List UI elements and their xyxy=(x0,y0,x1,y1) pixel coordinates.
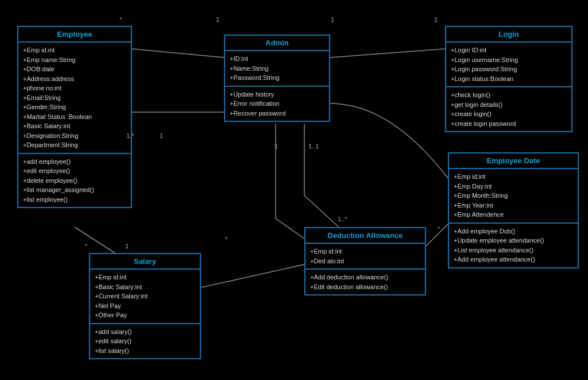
ed-attr-1: +Emp id:int xyxy=(454,172,573,182)
empdate-methods: +Add employee Dob() +Update employee att… xyxy=(449,224,578,267)
ed-attr-3: +Emp Month:String xyxy=(454,191,573,201)
mult-label-13: * xyxy=(438,225,440,232)
ded-attr-2: +Ded alo:int xyxy=(310,256,420,266)
deduction-attributes: +Emp id:int +Ded alo:int xyxy=(305,244,425,270)
admin-box: Admin +ID:int +Name:String +Password:Str… xyxy=(224,34,330,122)
ed-method-4: +Add employee attendance() xyxy=(454,255,573,264)
admin-attr-2: +Name:String xyxy=(230,64,324,74)
svg-line-1 xyxy=(330,49,445,57)
deduction-box: Deduction Allowance +Emp id:int +Ded alo… xyxy=(304,227,426,295)
deduction-title: Deduction Allowance xyxy=(305,228,425,244)
admin-method-3: +Recover password xyxy=(230,109,324,118)
sal-method-2: +edit salary() xyxy=(95,336,195,346)
login-attr-4: +Login status:Boolean xyxy=(451,74,567,84)
mult-label-1: * xyxy=(119,16,122,23)
emp-method-5: +list employee() xyxy=(23,195,126,205)
login-methods: +check login() +get login details() +cre… xyxy=(446,87,571,131)
admin-attr-1: +ID:int xyxy=(230,54,324,64)
sal-attr-1: +Emp id:int xyxy=(95,272,195,282)
login-method-4: +create login password xyxy=(451,119,567,129)
admin-method-1: +Update history xyxy=(230,90,324,99)
mult-label-3: 1 xyxy=(331,16,334,23)
emp-method-4: +list manager_assigned() xyxy=(23,185,126,195)
ed-method-2: +Update employee attendance() xyxy=(454,236,573,245)
login-attr-1: +Login ID:int xyxy=(451,45,567,55)
admin-attributes: +ID:int +Name:String +Password:String xyxy=(225,51,329,87)
empdate-box: Employee Date +Emp id:int +Emp Day:int +… xyxy=(448,152,579,268)
employee-title: Employee xyxy=(18,27,131,43)
ed-attr-4: +Emp Year:int xyxy=(454,201,573,210)
emp-attr-4: +Address:address xyxy=(23,74,126,84)
ded-method-2: +Edit deduction allowance() xyxy=(310,282,420,292)
mult-label-6: 1 xyxy=(160,132,163,139)
sal-attr-3: +Current Salary:int xyxy=(95,291,195,301)
emp-attr-9: +Basic Salary:int xyxy=(23,121,126,131)
mult-label-10: 1..1 xyxy=(308,143,319,149)
admin-attr-3: +Password:String xyxy=(230,73,324,83)
salary-methods: +add salary() +edit salary() +list salar… xyxy=(90,324,200,359)
mult-label-5: 1.* xyxy=(126,132,134,139)
mult-label-2: 1 xyxy=(216,16,219,23)
employee-attributes: +Emp id:int +Emp name:String +DOB:date +… xyxy=(18,43,131,154)
mult-label-11: 1 xyxy=(274,143,278,149)
sal-method-1: +add salary() xyxy=(95,327,195,337)
emp-attr-6: +Email:String xyxy=(23,93,126,103)
ed-attr-5: +Emp Attendence xyxy=(454,210,573,220)
emp-attr-2: +Emp name:String xyxy=(23,55,126,65)
admin-method-2: +Error notification xyxy=(230,99,324,109)
mult-label-12: 1..* xyxy=(338,216,347,222)
mult-label-9: * xyxy=(225,236,227,243)
mult-label-7: 1 xyxy=(125,243,129,250)
admin-methods: +Update history +Error notification +Rec… xyxy=(225,87,329,121)
login-method-2: +get login details() xyxy=(451,100,567,110)
sal-method-3: +list salary() xyxy=(95,346,195,356)
admin-title: Admin xyxy=(225,36,329,51)
salary-box: Salary +Emp id:int +Basic Salary:int +Cu… xyxy=(89,253,201,359)
emp-attr-11: +Department:String xyxy=(23,140,126,150)
empdate-title: Employee Date xyxy=(449,153,578,169)
sal-attr-5: +Other Pay xyxy=(95,310,195,320)
ed-attr-2: +Emp Day:int xyxy=(454,182,573,191)
ded-attr-1: +Emp id:int xyxy=(310,247,420,256)
salary-attributes: +Emp id:int +Basic Salary:int +Current S… xyxy=(90,270,200,324)
emp-attr-8: +Martial Status :Boolean xyxy=(23,112,126,122)
emp-attr-3: +DOB:date xyxy=(23,64,126,74)
login-attr-2: +Login username:String xyxy=(451,55,567,65)
empdate-attributes: +Emp id:int +Emp Day:int +Emp Month:Stri… xyxy=(449,169,578,224)
svg-line-3 xyxy=(75,227,115,253)
login-attributes: +Login ID:int +Login username:String +Lo… xyxy=(446,43,571,87)
employee-methods: +add employee() +edit employee() +delete… xyxy=(18,154,131,208)
login-attr-3: +Login password:String xyxy=(451,64,567,74)
emp-method-1: +add employee() xyxy=(23,157,126,167)
mult-label-4: 1 xyxy=(434,16,438,23)
deduction-methods: +Add deduction allowance() +Edit deducti… xyxy=(305,270,425,294)
emp-attr-7: +Gender:String xyxy=(23,102,126,112)
svg-line-0 xyxy=(132,49,224,57)
login-method-3: +create login() xyxy=(451,109,567,119)
emp-attr-5: +phone no:int xyxy=(23,83,126,93)
svg-line-4 xyxy=(201,264,304,287)
emp-attr-10: +Designation:String xyxy=(23,131,126,141)
salary-title: Salary xyxy=(90,254,200,270)
ded-method-1: +Add deduction allowance() xyxy=(310,272,420,282)
ed-method-1: +Add employee Dob() xyxy=(454,227,573,236)
login-method-1: +check login() xyxy=(451,90,567,100)
mult-label-8: * xyxy=(85,243,87,250)
emp-method-2: +edit employee() xyxy=(23,166,126,176)
login-box: Login +Login ID:int +Login username:Stri… xyxy=(445,26,572,132)
employee-box: Employee +Emp id:int +Emp name:String +D… xyxy=(17,26,132,208)
svg-line-5 xyxy=(425,224,448,247)
sal-attr-4: +Net Pay xyxy=(95,301,195,311)
login-title: Login xyxy=(446,27,571,43)
sal-attr-2: +Basic Salary:int xyxy=(95,282,195,292)
emp-attr-1: +Emp id:int xyxy=(23,45,126,55)
emp-method-3: +delete employee() xyxy=(23,176,126,186)
ed-method-3: +List employee attendance() xyxy=(454,245,573,255)
